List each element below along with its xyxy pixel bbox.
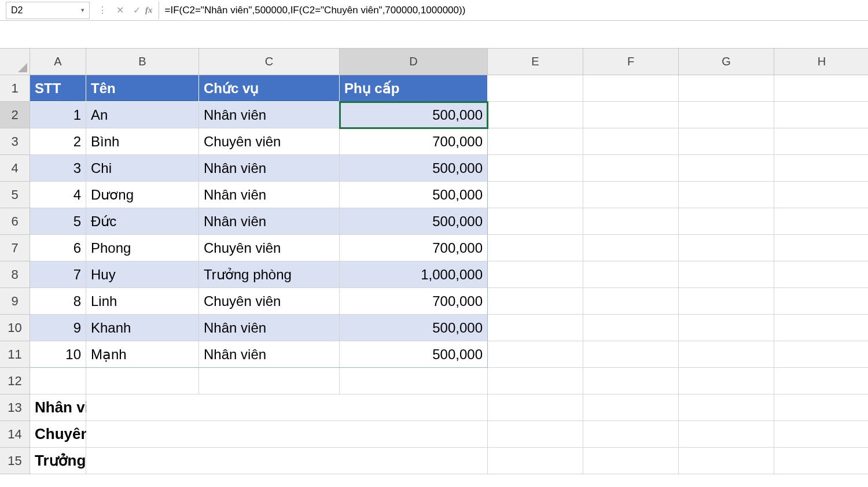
cell-E10[interactable] bbox=[488, 315, 583, 341]
cell-F6[interactable] bbox=[583, 208, 679, 235]
column-header-D[interactable]: D bbox=[340, 49, 488, 75]
cell-D8[interactable]: 1,000,000 bbox=[340, 261, 488, 288]
cell-A4[interactable]: 3 bbox=[30, 155, 86, 182]
cell-A8[interactable]: 7 bbox=[30, 261, 86, 288]
row-header-15[interactable]: 15 bbox=[0, 448, 30, 474]
cell-E13[interactable] bbox=[488, 394, 583, 421]
cell-A7[interactable]: 6 bbox=[30, 235, 86, 261]
cell-C6[interactable]: Nhân viên bbox=[199, 208, 340, 235]
cell-F10[interactable] bbox=[583, 315, 679, 341]
cell-F15[interactable] bbox=[583, 448, 679, 474]
select-all-corner[interactable] bbox=[0, 49, 30, 75]
cell-A12[interactable] bbox=[30, 368, 86, 394]
cell-C14[interactable] bbox=[199, 421, 340, 448]
cell-B13[interactable] bbox=[86, 394, 199, 421]
summary-row-2[interactable]: Chuyên viên: 700.000 bbox=[30, 421, 86, 448]
cell-F3[interactable] bbox=[583, 128, 679, 155]
cell-A5[interactable]: 4 bbox=[30, 182, 86, 208]
cell-B7[interactable]: Phong bbox=[86, 235, 199, 261]
cell-E7[interactable] bbox=[488, 235, 583, 261]
cell-E8[interactable] bbox=[488, 261, 583, 288]
cell-C4[interactable]: Nhân viên bbox=[199, 155, 340, 182]
cell-F9[interactable] bbox=[583, 288, 679, 315]
name-box-dropdown-icon[interactable]: ▾ bbox=[81, 6, 84, 14]
cell-G3[interactable] bbox=[679, 128, 774, 155]
row-header-10[interactable]: 10 bbox=[0, 315, 30, 341]
cell-B12[interactable] bbox=[86, 368, 199, 394]
cell-E14[interactable] bbox=[488, 421, 583, 448]
cell-G2[interactable] bbox=[679, 102, 774, 128]
cell-E2[interactable] bbox=[488, 102, 583, 128]
cell-C3[interactable]: Chuyên viên bbox=[199, 128, 340, 155]
column-header-E[interactable]: E bbox=[488, 49, 583, 75]
cell-H7[interactable] bbox=[774, 235, 868, 261]
formula-input[interactable] bbox=[159, 2, 869, 19]
cell-H12[interactable] bbox=[774, 368, 868, 394]
cell-H14[interactable] bbox=[774, 421, 868, 448]
cell-H13[interactable] bbox=[774, 394, 868, 421]
cell-B9[interactable]: Linh bbox=[86, 288, 199, 315]
cell-A10[interactable]: 9 bbox=[30, 315, 86, 341]
cell-H11[interactable] bbox=[774, 341, 868, 368]
column-header-A[interactable]: A bbox=[30, 49, 86, 75]
cell-D12[interactable] bbox=[340, 368, 488, 394]
cell-A9[interactable]: 8 bbox=[30, 288, 86, 315]
row-header-12[interactable]: 12 bbox=[0, 368, 30, 394]
cell-E11[interactable] bbox=[488, 341, 583, 368]
cell-D14[interactable] bbox=[340, 421, 488, 448]
name-box[interactable]: D2 ▾ bbox=[6, 2, 90, 19]
cell-B2[interactable]: An bbox=[86, 102, 199, 128]
cell-C12[interactable] bbox=[199, 368, 340, 394]
cell-G15[interactable] bbox=[679, 448, 774, 474]
cell-A6[interactable]: 5 bbox=[30, 208, 86, 235]
cell-D13[interactable] bbox=[340, 394, 488, 421]
cell-G14[interactable] bbox=[679, 421, 774, 448]
row-header-3[interactable]: 3 bbox=[0, 128, 30, 155]
column-header-B[interactable]: B bbox=[86, 49, 199, 75]
cell-B15[interactable] bbox=[86, 448, 199, 474]
cell-F14[interactable] bbox=[583, 421, 679, 448]
cell-H1[interactable] bbox=[774, 75, 868, 102]
cell-D10[interactable]: 500,000 bbox=[340, 315, 488, 341]
cell-B10[interactable]: Khanh bbox=[86, 315, 199, 341]
cell-D15[interactable] bbox=[340, 448, 488, 474]
cell-C9[interactable]: Chuyên viên bbox=[199, 288, 340, 315]
cell-C10[interactable]: Nhân viên bbox=[199, 315, 340, 341]
cell-D7[interactable]: 700,000 bbox=[340, 235, 488, 261]
cell-C11[interactable]: Nhân viên bbox=[199, 341, 340, 368]
cell-E1[interactable] bbox=[488, 75, 583, 102]
row-header-4[interactable]: 4 bbox=[0, 155, 30, 182]
cell-F13[interactable] bbox=[583, 394, 679, 421]
cell-C15[interactable] bbox=[199, 448, 340, 474]
row-header-13[interactable]: 13 bbox=[0, 394, 30, 421]
cell-B11[interactable]: Mạnh bbox=[86, 341, 199, 368]
cell-G7[interactable] bbox=[679, 235, 774, 261]
cell-D5[interactable]: 500,000 bbox=[340, 182, 488, 208]
spreadsheet-grid[interactable]: ABCDEFGH1STTTênChức vụPhụ cấp21AnNhân vi… bbox=[0, 49, 868, 474]
row-header-8[interactable]: 8 bbox=[0, 261, 30, 288]
row-header-1[interactable]: 1 bbox=[0, 75, 30, 102]
cancel-icon[interactable]: ✕ bbox=[112, 5, 128, 16]
cell-F12[interactable] bbox=[583, 368, 679, 394]
cell-F4[interactable] bbox=[583, 155, 679, 182]
cell-G5[interactable] bbox=[679, 182, 774, 208]
table-header-d[interactable]: Phụ cấp bbox=[340, 75, 488, 102]
cell-H15[interactable] bbox=[774, 448, 868, 474]
cell-H6[interactable] bbox=[774, 208, 868, 235]
confirm-icon[interactable]: ✓ bbox=[128, 5, 145, 16]
cell-E15[interactable] bbox=[488, 448, 583, 474]
cell-B4[interactable]: Chi bbox=[86, 155, 199, 182]
cell-E12[interactable] bbox=[488, 368, 583, 394]
cell-A2[interactable]: 1 bbox=[30, 102, 86, 128]
cell-E5[interactable] bbox=[488, 182, 583, 208]
cell-D2[interactable]: 500,000 bbox=[340, 102, 488, 128]
cell-B5[interactable]: Dương bbox=[86, 182, 199, 208]
cell-F11[interactable] bbox=[583, 341, 679, 368]
row-header-11[interactable]: 11 bbox=[0, 341, 30, 368]
cell-H5[interactable] bbox=[774, 182, 868, 208]
cell-G8[interactable] bbox=[679, 261, 774, 288]
cell-F2[interactable] bbox=[583, 102, 679, 128]
cell-A11[interactable]: 10 bbox=[30, 341, 86, 368]
cell-C2[interactable]: Nhân viên bbox=[199, 102, 340, 128]
cell-E6[interactable] bbox=[488, 208, 583, 235]
